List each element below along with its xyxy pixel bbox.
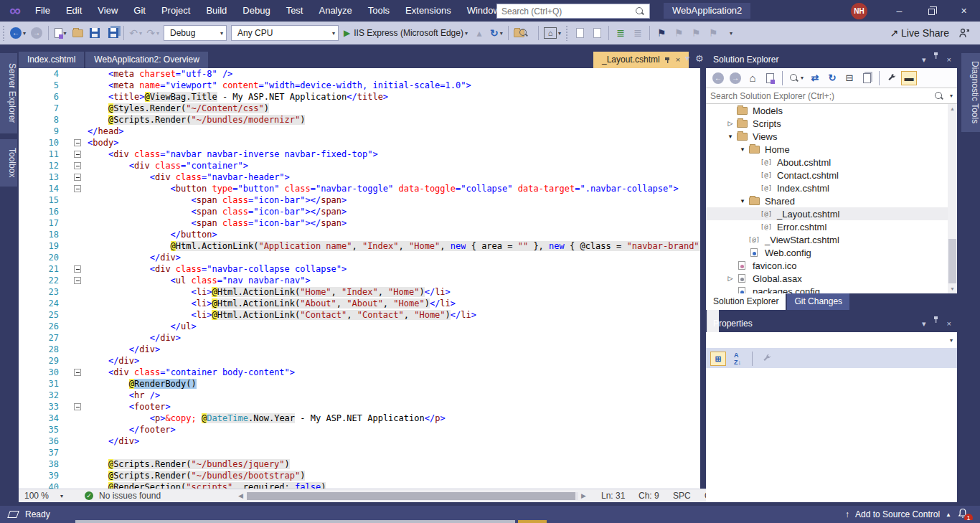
menu-debug[interactable]: Debug (235, 0, 278, 22)
tree-item-scripts[interactable]: ▷Scripts (706, 117, 957, 130)
fold-margin[interactable] (69, 367, 88, 378)
new-file-button[interactable]: ▾ (52, 24, 68, 42)
redo-button[interactable]: ↷▾ (145, 24, 161, 42)
menu-analyze[interactable]: Analyze (311, 0, 359, 22)
menu-view[interactable]: View (90, 0, 126, 22)
hot-reload-button[interactable]: ▴ (471, 24, 487, 42)
collapse-box-icon[interactable] (74, 369, 81, 376)
refresh-button[interactable]: ↻ (825, 70, 839, 86)
menu-git[interactable]: Git (126, 0, 154, 22)
hscroll-right-arrow[interactable]: ▶ (581, 492, 586, 499)
code-line-25[interactable]: 25 <li>@Html.ActionLink("Contact", "Cont… (19, 309, 700, 321)
restart-button[interactable]: ↻▾ (489, 24, 504, 42)
code-line-37[interactable]: 37 (19, 447, 700, 458)
code-line-19[interactable]: 19 @Html.ActionLink("Application name", … (19, 240, 700, 252)
collapse-box-icon[interactable] (74, 139, 81, 146)
pin-icon[interactable] (933, 316, 940, 324)
code-line-21[interactable]: 21 <div class="navbar-collapse collapse"… (19, 263, 700, 275)
solution-explorer-search-box[interactable]: ▾ (706, 88, 957, 104)
tree-item-global-asax[interactable]: ▷Global.asax (706, 272, 957, 285)
expander-collapsed-icon[interactable]: ▷ (725, 120, 735, 127)
show-all-files-button[interactable] (859, 70, 874, 86)
sidebar-tab-diagnostic-tools[interactable]: Diagnostic Tools (961, 53, 980, 132)
code-line-18[interactable]: 18 </button> (19, 229, 700, 240)
live-share-button[interactable]: ↗ Live Share (888, 24, 951, 42)
code-line-29[interactable]: 29 </div> (19, 355, 700, 367)
tree-item-models[interactable]: Models (706, 104, 957, 117)
tab-index-cshtml[interactable]: Index.cshtml (19, 52, 84, 68)
code-line-35[interactable]: 35 </footer> (19, 424, 700, 435)
scrollbar-thumb[interactable] (948, 239, 956, 283)
fold-margin[interactable] (69, 263, 88, 275)
code-line-33[interactable]: 33 <footer> (19, 401, 700, 413)
open-file-button[interactable] (70, 24, 85, 42)
collapse-box-icon[interactable] (74, 151, 81, 158)
categorized-view-button[interactable]: ⊞ (710, 352, 726, 366)
tree-item-error-cshtml[interactable]: [@]Error.cshtml (706, 220, 957, 233)
find-in-files-button[interactable] (512, 24, 534, 42)
code-line-5[interactable]: 5 <meta name="viewport" content="width=d… (19, 80, 700, 91)
expander-collapsed-icon[interactable]: ▷ (725, 275, 735, 282)
code-line-34[interactable]: 34 <p>&copy; @DateTime.Now.Year - My ASP… (19, 413, 700, 424)
collapse-box-icon[interactable] (74, 403, 81, 410)
code-line-14[interactable]: 14 <button type="button" class="navbar-t… (19, 183, 700, 194)
toolbar-overflow-button[interactable]: ▾ (722, 24, 738, 42)
fold-margin[interactable] (69, 149, 88, 160)
panel-menu-icon[interactable]: ▾ (922, 316, 926, 332)
uncomment-lines-button[interactable]: ≣ (630, 24, 646, 42)
pin-icon[interactable] (664, 56, 672, 64)
tab-solution-explorer[interactable]: Solution Explorer (706, 293, 786, 310)
preview-selected-items-toggle[interactable]: ▬ (901, 71, 917, 85)
close-panel-icon[interactable]: × (947, 52, 951, 68)
code-line-27[interactable]: 27 </div> (19, 332, 700, 344)
feedback-button[interactable] (956, 24, 972, 42)
menu-file[interactable]: File (27, 0, 58, 22)
menu-build[interactable]: Build (198, 0, 235, 22)
fold-margin[interactable] (69, 275, 88, 286)
line-indicator[interactable]: Ln: 31 (601, 491, 639, 501)
property-pages-button[interactable] (759, 350, 775, 367)
alphabetical-sort-button[interactable]: AZ↓ (730, 350, 745, 367)
code-line-10[interactable]: 10<body> (19, 137, 700, 149)
close-panel-icon[interactable]: × (947, 316, 951, 332)
clear-bookmarks-button[interactable]: ⚑ (705, 24, 721, 42)
tab-layout-cshtml[interactable]: _Layout.cshtml × (593, 52, 689, 68)
tree-item-shared[interactable]: ▾Shared (706, 194, 957, 207)
tree-item-favicon-ico[interactable]: favicon.ico (706, 259, 957, 272)
restore-button[interactable] (915, 0, 948, 22)
next-bookmark-button[interactable]: ⚑ (688, 24, 704, 42)
code-line-17[interactable]: 17 <span class="icon-bar"></span> (19, 217, 700, 229)
menu-edit[interactable]: Edit (58, 0, 90, 22)
code-line-12[interactable]: 12 <div class="container"> (19, 160, 700, 171)
browse-with-button[interactable]: ⌂▾ (542, 24, 562, 42)
fold-margin[interactable] (69, 183, 88, 194)
zoom-dropdown[interactable]: 100 %▾ (19, 491, 73, 501)
menu-project[interactable]: Project (154, 0, 198, 22)
editor-horizontal-scrollbar[interactable] (247, 492, 578, 500)
issues-status-label[interactable]: No issues found (99, 491, 161, 501)
previous-bookmark-button[interactable]: ⚑ (671, 24, 687, 42)
fold-margin[interactable] (69, 401, 88, 413)
se-home-button[interactable]: ⌂ (745, 70, 760, 86)
collapse-all-button[interactable]: ⊟ (842, 70, 857, 86)
menu-extensions[interactable]: Extensions (397, 0, 459, 22)
close-button[interactable]: × (948, 0, 980, 22)
tree-item--viewstart-cshtml[interactable]: [@]_ViewStart.cshtml (706, 233, 957, 246)
background-tasks-icon[interactable] (7, 511, 19, 518)
switch-views-button[interactable] (763, 70, 777, 86)
code-line-11[interactable]: 11 <div class="navbar navbar-inverse nav… (19, 149, 700, 160)
tab-git-changes[interactable]: Git Changes (787, 293, 849, 310)
undo-button[interactable]: ↶▾ (128, 24, 143, 42)
solution-configuration-dropdown[interactable]: Debug▾ (164, 25, 227, 41)
menu-test[interactable]: Test (278, 0, 311, 22)
code-line-23[interactable]: 23 <li>@Html.ActionLink("Home", "Index",… (19, 286, 700, 298)
tree-item-web-config[interactable]: Web.config (706, 246, 957, 259)
scroll-up-arrow[interactable]: ▲ (948, 104, 957, 113)
solution-platform-dropdown[interactable]: Any CPU▾ (231, 25, 339, 41)
collapse-box-icon[interactable] (74, 265, 81, 273)
code-line-24[interactable]: 24 <li>@Html.ActionLink("About", "About"… (19, 298, 700, 309)
properties-object-dropdown[interactable]: ▾ (706, 332, 957, 349)
editor-options-gear-icon[interactable]: ⚙ (695, 53, 704, 64)
code-line-40[interactable]: 40 @RenderSection("scripts", required: f… (19, 481, 700, 489)
space-indicator[interactable]: SPC (673, 491, 705, 501)
